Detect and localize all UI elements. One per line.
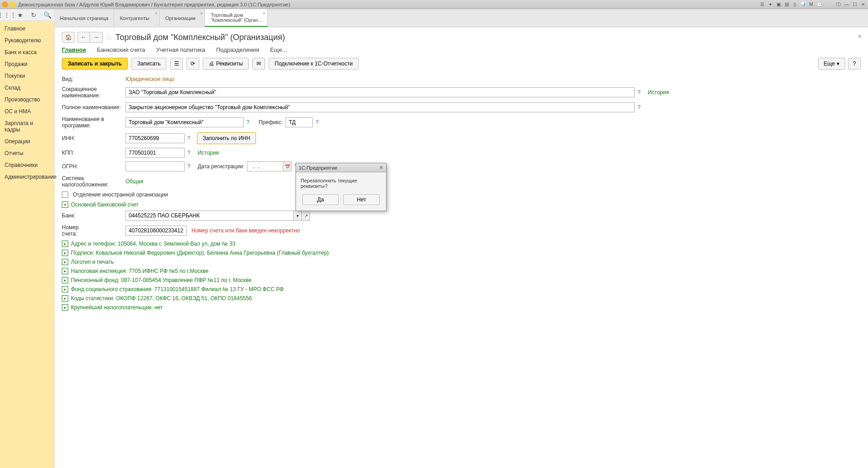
- inn-input[interactable]: [125, 133, 185, 143]
- sidebar-item-production[interactable]: Производство: [0, 94, 54, 106]
- star-icon[interactable]: ★: [16, 11, 25, 19]
- section-social[interactable]: Фонд социального страхования: 7713100154…: [71, 286, 284, 292]
- list-button[interactable]: ☰: [170, 58, 183, 70]
- fill-inn-button[interactable]: Заполнить по ИНН: [197, 132, 256, 144]
- expand-icon[interactable]: ▸: [62, 304, 68, 311]
- sidebar-item-manager[interactable]: Руководителю: [0, 35, 54, 46]
- toolbar-icon-4[interactable]: ▤: [783, 1, 790, 8]
- refresh-button[interactable]: ⟳: [186, 58, 199, 70]
- save-button[interactable]: Записать: [131, 58, 166, 70]
- tab-close-icon[interactable]: ×: [155, 11, 158, 16]
- tab-close-icon[interactable]: ×: [263, 11, 266, 16]
- help-icon[interactable]: ?: [246, 119, 250, 126]
- favorite-icon[interactable]: ☆: [105, 32, 113, 42]
- sokr-input[interactable]: [125, 87, 635, 97]
- expand-icon[interactable]: ▸: [62, 241, 68, 247]
- help-icon[interactable]: ?: [187, 150, 191, 156]
- subtab-bank[interactable]: Банковские счета: [97, 46, 145, 53]
- section-logo[interactable]: Логотип и печать: [71, 259, 114, 265]
- history-link[interactable]: История: [648, 89, 669, 96]
- toolbar-icon-2[interactable]: ✦: [767, 1, 773, 8]
- toolbar-icon-m[interactable]: M: [808, 1, 814, 8]
- sidebar-item-bank[interactable]: Банк и касса: [0, 46, 54, 58]
- toolbar-icon-5[interactable]: ⎙: [792, 1, 798, 8]
- sidebar-item-sales[interactable]: Продажи: [0, 58, 54, 70]
- forward-button[interactable]: →: [90, 32, 103, 43]
- toolbar-icon-calc[interactable]: 📊: [800, 1, 806, 8]
- bank-input[interactable]: [125, 211, 294, 221]
- help-icon[interactable]: ?: [187, 163, 191, 170]
- sidebar-item-admin[interactable]: Администрирование: [0, 171, 54, 183]
- expand-icon[interactable]: ▸: [62, 286, 68, 292]
- section-address[interactable]: Адрес и телефон: 105064, Москва г, Земля…: [71, 241, 236, 247]
- acct-input[interactable]: [125, 226, 187, 236]
- expand-icon[interactable]: ▸: [62, 250, 68, 256]
- more-button[interactable]: Еще ▾: [818, 58, 845, 70]
- expand-icon[interactable]: ▸: [62, 277, 68, 283]
- help-icon[interactable]: ?: [316, 119, 319, 126]
- tab-close-icon[interactable]: ×: [201, 11, 203, 16]
- ogrn-input[interactable]: [125, 161, 185, 171]
- sidebar-item-refs[interactable]: Справочники: [0, 159, 54, 171]
- tax-link[interactable]: Общая: [125, 178, 143, 185]
- sidebar-item-operations[interactable]: Операции: [0, 136, 54, 147]
- dialog-no-button[interactable]: Нет: [343, 194, 380, 205]
- collapse-icon[interactable]: ▾: [62, 201, 68, 208]
- help-button[interactable]: ?: [848, 58, 861, 70]
- grid-icon[interactable]: ⋮⋮⋮: [3, 11, 11, 19]
- expand-icon[interactable]: ▸: [62, 259, 68, 265]
- dialog-yes-button[interactable]: Да: [302, 194, 339, 205]
- search-icon[interactable]: 🔍: [43, 11, 51, 19]
- home-button[interactable]: 🏠: [62, 32, 75, 43]
- save-close-button[interactable]: Записать и закрыть: [62, 58, 128, 70]
- dialog-close-icon[interactable]: ✕: [379, 165, 383, 171]
- tab-contragents[interactable]: Контрагенты×: [114, 9, 160, 27]
- sidebar-item-salary[interactable]: Зарплата и кадры: [0, 117, 54, 136]
- help-icon[interactable]: ⓘ: [835, 1, 842, 8]
- dropdown-icon[interactable]: ▾: [294, 211, 302, 221]
- section-stats[interactable]: Коды статистики: ОКОПФ 12267, ОКФС 16, О…: [71, 295, 252, 302]
- close-form-icon[interactable]: ×: [858, 33, 862, 40]
- section-signatures[interactable]: Подписи: Ковальков Николай Федорович (Ди…: [71, 250, 329, 256]
- tab-start[interactable]: Начальная страница: [55, 9, 114, 27]
- sidebar-item-purchases[interactable]: Покупки: [0, 70, 54, 82]
- open-icon[interactable]: ↗: [302, 211, 310, 221]
- sidebar-item-stock[interactable]: Склад: [0, 82, 54, 94]
- subtab-policy[interactable]: Учетная политика: [156, 46, 205, 53]
- toolbar-icon-1[interactable]: ☰: [759, 1, 765, 8]
- history-icon[interactable]: ↻: [30, 11, 38, 19]
- section-tax-insp[interactable]: Налоговая инспекция: 7705 ИФНС РФ №5 по …: [71, 268, 209, 274]
- close-icon[interactable]: ✕: [860, 1, 866, 8]
- toolbar-icon-3[interactable]: ▣: [775, 1, 782, 8]
- toolbar-icon-clock[interactable]: 🕒: [816, 1, 823, 8]
- minimize-icon[interactable]: —: [843, 1, 850, 8]
- prefix-input[interactable]: [286, 117, 313, 127]
- mail-button[interactable]: ✉: [252, 58, 265, 70]
- requisites-button[interactable]: 🖨Реквизиты: [203, 58, 249, 70]
- sidebar-item-reports[interactable]: Отчеты: [0, 147, 54, 159]
- polnoe-input[interactable]: [125, 102, 635, 112]
- subtab-main[interactable]: Главное: [62, 46, 86, 53]
- expand-icon[interactable]: ▸: [62, 268, 68, 274]
- sidebar-item-os[interactable]: ОС и НМА: [0, 106, 54, 117]
- naim-input[interactable]: [125, 117, 244, 127]
- expand-icon[interactable]: ▸: [62, 295, 68, 302]
- subtab-divisions[interactable]: Подразделения: [216, 46, 259, 53]
- bank-section[interactable]: Основной банковский счет: [71, 201, 138, 208]
- help-icon[interactable]: ?: [637, 89, 641, 96]
- help-icon[interactable]: ?: [187, 135, 191, 141]
- subtab-more[interactable]: Еще...: [270, 46, 287, 53]
- connect-button[interactable]: Подключение к 1С-Отчетности: [269, 58, 359, 70]
- history-link[interactable]: История: [198, 150, 219, 156]
- calendar-icon[interactable]: 📅: [283, 161, 291, 171]
- help-icon[interactable]: ?: [637, 104, 641, 111]
- back-button[interactable]: ←: [77, 32, 90, 43]
- maximize-icon[interactable]: ☐: [852, 1, 858, 8]
- tab-orgs[interactable]: Организации×: [160, 9, 205, 27]
- sidebar-item-main[interactable]: Главное: [0, 23, 54, 35]
- section-pension[interactable]: Пенсионный фонд: 087-107-085454 Управлен…: [71, 277, 251, 283]
- foreign-checkbox[interactable]: [62, 191, 68, 198]
- tab-org-form[interactable]: Торговый дом "Комплексный" (Орган... ×: [205, 9, 267, 27]
- section-largest[interactable]: Крупнейший налогоплательщик: нет: [71, 304, 163, 311]
- regdate-input[interactable]: [247, 161, 283, 171]
